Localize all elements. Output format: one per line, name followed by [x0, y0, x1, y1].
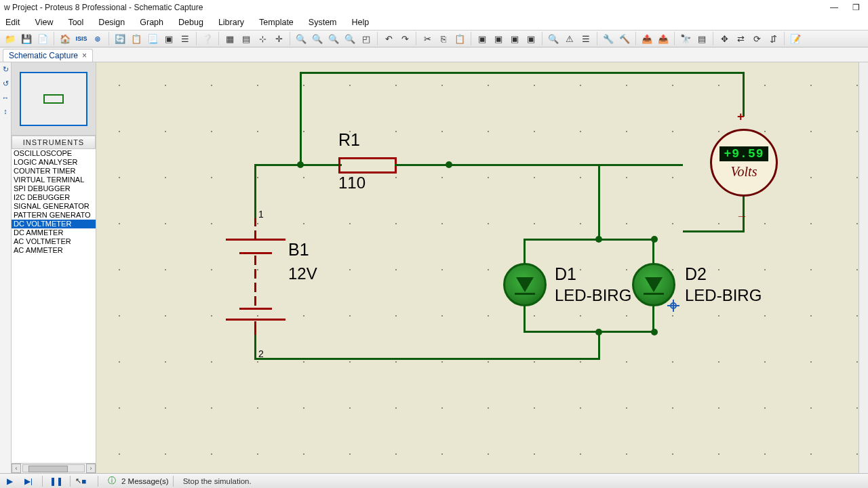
- find-icon[interactable]: 🔍: [546, 31, 561, 46]
- prop-icon[interactable]: 📝: [788, 31, 803, 46]
- b1-pin2-label: 2: [258, 348, 264, 359]
- menu-debug[interactable]: Debug: [176, 16, 206, 28]
- list-item[interactable]: I2C DEBUGGER: [12, 193, 96, 202]
- scrollbar-track[interactable]: [22, 464, 85, 472]
- list-item[interactable]: LOGIC ANALYSER: [12, 158, 96, 167]
- flip-v-icon[interactable]: ↕: [3, 107, 7, 115]
- stop-button[interactable]: ↖ ■: [77, 475, 92, 487]
- scroll-right-icon[interactable]: ›: [86, 464, 96, 473]
- schematic-canvas[interactable]: R1 110 B1 12V 1 2 D1 LED-BIRG: [96, 62, 868, 473]
- resistor-r1[interactable]: [338, 157, 397, 174]
- pause-button[interactable]: ❚❚: [49, 475, 64, 487]
- scroll-left-icon[interactable]: ‹: [12, 464, 21, 473]
- export2-icon[interactable]: 📤: [656, 31, 671, 46]
- status-hint: Stop the simulation.: [183, 477, 252, 485]
- menu-view[interactable]: View: [33, 16, 56, 28]
- mirror-icon[interactable]: ⇄: [733, 31, 748, 46]
- list-item[interactable]: OSCILLOSCOPE: [12, 149, 96, 158]
- chip-icon[interactable]: ▣: [161, 31, 176, 46]
- part-icon[interactable]: 📋: [129, 31, 144, 46]
- menu-graph[interactable]: Graph: [137, 16, 166, 28]
- tab-schematic-capture[interactable]: Schematic Capture ×: [3, 49, 93, 62]
- origin-icon[interactable]: ✛: [271, 31, 286, 46]
- import-icon[interactable]: 📄: [35, 31, 50, 46]
- document-tab-bar: Schematic Capture ×: [0, 47, 868, 62]
- list-item[interactable]: PATTERN GENERATO: [12, 211, 96, 220]
- wrench-icon[interactable]: 🔧: [601, 31, 616, 46]
- copy-icon[interactable]: ⎘: [436, 31, 451, 46]
- cut-icon[interactable]: ✂: [420, 31, 435, 46]
- open-icon[interactable]: 📁: [3, 31, 18, 46]
- flip-h-icon[interactable]: ↔: [2, 94, 9, 102]
- menu-library[interactable]: Library: [216, 16, 247, 28]
- grid-icon[interactable]: ▦: [222, 31, 237, 46]
- menu-edit[interactable]: Edit: [3, 16, 23, 28]
- main-toolbar: 📁 💾 📄 🏠 ISIS ◎ 🔄 📋 📃 ▣ ☰ ❔ ▦ ▤ ⊹ ✛ 🔍 🔍 🔍…: [0, 30, 868, 47]
- block4-icon[interactable]: ▣: [524, 31, 538, 46]
- move-icon[interactable]: ✥: [717, 31, 732, 46]
- list-item[interactable]: AC AMMETER: [12, 246, 96, 255]
- rotate-cw-icon[interactable]: ↻: [3, 65, 9, 74]
- list-icon[interactable]: ☰: [178, 31, 193, 46]
- redo-icon[interactable]: ↷: [397, 31, 412, 46]
- messages-count[interactable]: 2 Message(s): [121, 477, 169, 485]
- status-bar: ▶ ▶| ❚❚ ↖ ■ ⓘ 2 Message(s) Stop the simu…: [0, 473, 868, 488]
- menu-tool[interactable]: Tool: [65, 16, 86, 28]
- paste-icon[interactable]: 📋: [452, 31, 467, 46]
- list-item[interactable]: DC AMMETER: [12, 228, 96, 237]
- doc-icon[interactable]: 📃: [145, 31, 160, 46]
- ares-icon[interactable]: ◎: [90, 31, 105, 46]
- export1-icon[interactable]: 📤: [639, 31, 654, 46]
- isis-icon[interactable]: ISIS: [74, 31, 89, 46]
- voltmeter-unit: Volts: [731, 164, 757, 180]
- flip-icon[interactable]: ⇵: [766, 31, 781, 46]
- zoom-in-icon[interactable]: 🔍: [310, 31, 325, 46]
- tag-icon[interactable]: ▤: [694, 31, 709, 46]
- list-item[interactable]: SPI DEBUGGER: [12, 184, 96, 193]
- list-item-selected[interactable]: DC VOLTMETER: [12, 220, 96, 228]
- instruments-list[interactable]: OSCILLOSCOPE LOGIC ANALYSER COUNTER TIME…: [12, 149, 96, 463]
- list-item[interactable]: SIGNAL GENERATOR: [12, 202, 96, 211]
- zoom-fit-icon[interactable]: 🔍: [342, 31, 357, 46]
- snap-icon[interactable]: ⊹: [255, 31, 270, 46]
- help-icon[interactable]: ❔: [200, 31, 215, 46]
- netlist-icon[interactable]: ☰: [578, 31, 593, 46]
- voltmeter-plus-icon: +: [737, 110, 745, 124]
- panel-hscroll[interactable]: ‹ ›: [12, 463, 96, 473]
- list-item[interactable]: COUNTER TIMER: [12, 167, 96, 176]
- block1-icon[interactable]: ▣: [475, 31, 490, 46]
- refresh-icon[interactable]: 🔄: [113, 31, 127, 46]
- led-d1[interactable]: [503, 263, 547, 306]
- window-minimize-button[interactable]: —: [826, 2, 842, 13]
- messages-icon[interactable]: ⓘ: [104, 475, 119, 487]
- list-item[interactable]: VIRTUAL TERMINAL: [12, 176, 96, 184]
- block3-icon[interactable]: ▣: [507, 31, 522, 46]
- menu-design[interactable]: Design: [96, 16, 127, 28]
- menu-template[interactable]: Template: [256, 16, 296, 28]
- window-maximize-button[interactable]: ❐: [848, 2, 864, 13]
- home-icon[interactable]: 🏠: [58, 31, 73, 46]
- save-icon[interactable]: 💾: [19, 31, 34, 46]
- object-selector-panel: INSTRUMENTS OSCILLOSCOPE LOGIC ANALYSER …: [12, 62, 96, 473]
- b1-pin1-label: 1: [258, 209, 264, 220]
- undo-icon[interactable]: ↶: [381, 31, 396, 46]
- list-item[interactable]: AC VOLTMETER: [12, 237, 96, 246]
- rotate-icon[interactable]: ⟳: [749, 31, 764, 46]
- grid2-icon[interactable]: ▤: [239, 31, 254, 46]
- erc-icon[interactable]: ⚠: [562, 31, 577, 46]
- hammer-icon[interactable]: 🔨: [617, 31, 632, 46]
- b1-val-label: 12V: [288, 264, 317, 283]
- rotate-ccw-icon[interactable]: ↺: [3, 79, 9, 88]
- binoc-icon[interactable]: 🔭: [678, 31, 693, 46]
- zoom-icon[interactable]: 🔍: [294, 31, 309, 46]
- play-button[interactable]: ▶: [2, 475, 17, 487]
- dc-voltmeter[interactable]: +9.59 Volts: [710, 129, 778, 197]
- menu-system[interactable]: System: [306, 16, 340, 28]
- block2-icon[interactable]: ▣: [491, 31, 506, 46]
- menu-help[interactable]: Help: [349, 16, 372, 28]
- tab-close-icon[interactable]: ×: [82, 51, 87, 60]
- canvas-vscroll[interactable]: [859, 62, 868, 473]
- zoom-out-icon[interactable]: 🔍: [326, 31, 341, 46]
- zoom-area-icon[interactable]: ◰: [359, 31, 374, 46]
- step-button[interactable]: ▶|: [21, 475, 36, 487]
